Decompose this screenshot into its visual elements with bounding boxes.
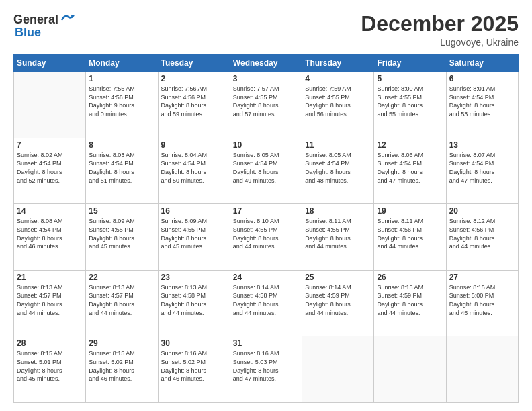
day-info: Sunrise: 8:01 AM Sunset: 4:54 PM Dayligh… [449,85,515,118]
calendar-cell: 2Sunrise: 7:56 AM Sunset: 4:56 PM Daylig… [158,72,230,138]
day-number: 29 [89,338,154,348]
calendar-cell: 24Sunrise: 8:14 AM Sunset: 4:58 PM Dayli… [230,270,302,336]
day-number: 22 [89,273,154,282]
day-info: Sunrise: 8:09 AM Sunset: 4:55 PM Dayligh… [89,217,154,250]
day-number: 12 [377,140,443,150]
day-info: Sunrise: 8:05 AM Sunset: 4:54 PM Dayligh… [233,151,299,185]
day-number: 4 [305,74,371,83]
calendar-cell: 6Sunrise: 8:01 AM Sunset: 4:54 PM Daylig… [446,72,518,138]
day-info: Sunrise: 8:03 AM Sunset: 4:54 PM Dayligh… [89,151,154,185]
day-number: 21 [17,273,83,282]
calendar-cell: 18Sunrise: 8:11 AM Sunset: 4:55 PM Dayli… [302,204,374,271]
day-number: 8 [89,140,154,150]
day-info: Sunrise: 8:08 AM Sunset: 4:54 PM Dayligh… [17,217,83,250]
day-number: 15 [89,206,154,216]
day-header-monday: Monday [86,55,158,72]
day-number: 26 [377,273,443,282]
day-number: 18 [305,206,371,216]
logo: General Blue [13,12,75,40]
day-number: 10 [233,140,299,150]
day-info: Sunrise: 8:13 AM Sunset: 4:57 PM Dayligh… [17,283,83,317]
logo-icon [60,12,75,27]
calendar-header-row: SundayMondayTuesdayWednesdayThursdayFrid… [14,55,519,72]
title-block: December 2025 Lugovoye, Ukraine [361,12,519,48]
calendar-cell: 19Sunrise: 8:11 AM Sunset: 4:56 PM Dayli… [374,204,446,271]
calendar-cell: 14Sunrise: 8:08 AM Sunset: 4:54 PM Dayli… [14,204,86,271]
calendar-cell: 5Sunrise: 8:00 AM Sunset: 4:55 PM Daylig… [374,72,446,138]
day-info: Sunrise: 8:04 AM Sunset: 4:54 PM Dayligh… [161,151,227,185]
week-row-1: 1Sunrise: 7:55 AM Sunset: 4:56 PM Daylig… [14,72,519,138]
page: General Blue December 2025 Lugovoye, Ukr… [0,0,532,411]
day-info: Sunrise: 7:57 AM Sunset: 4:55 PM Dayligh… [233,85,299,118]
calendar-cell: 26Sunrise: 8:15 AM Sunset: 4:59 PM Dayli… [374,270,446,336]
day-info: Sunrise: 8:15 AM Sunset: 5:02 PM Dayligh… [89,349,154,383]
day-number: 27 [449,273,515,282]
calendar-cell: 16Sunrise: 8:09 AM Sunset: 4:55 PM Dayli… [158,204,230,271]
calendar-cell: 7Sunrise: 8:02 AM Sunset: 4:54 PM Daylig… [14,138,86,204]
calendar-cell [14,72,86,138]
week-row-4: 21Sunrise: 8:13 AM Sunset: 4:57 PM Dayli… [14,270,519,336]
day-info: Sunrise: 8:13 AM Sunset: 4:57 PM Dayligh… [89,283,154,317]
day-info: Sunrise: 7:56 AM Sunset: 4:56 PM Dayligh… [161,85,227,118]
day-info: Sunrise: 8:05 AM Sunset: 4:54 PM Dayligh… [305,151,371,185]
day-number: 5 [377,74,443,83]
calendar-cell: 13Sunrise: 8:07 AM Sunset: 4:54 PM Dayli… [446,138,518,204]
day-number: 2 [161,74,227,83]
day-info: Sunrise: 7:55 AM Sunset: 4:56 PM Dayligh… [89,85,154,118]
calendar-cell: 29Sunrise: 8:15 AM Sunset: 5:02 PM Dayli… [86,336,158,403]
day-number: 17 [233,206,299,216]
day-info: Sunrise: 8:14 AM Sunset: 4:58 PM Dayligh… [233,283,299,317]
calendar-cell: 3Sunrise: 7:57 AM Sunset: 4:55 PM Daylig… [230,72,302,138]
calendar-cell: 10Sunrise: 8:05 AM Sunset: 4:54 PM Dayli… [230,138,302,204]
subtitle: Lugovoye, Ukraine [361,37,519,48]
day-number: 3 [233,74,299,83]
day-info: Sunrise: 8:15 AM Sunset: 5:00 PM Dayligh… [449,283,515,317]
day-info: Sunrise: 8:12 AM Sunset: 4:56 PM Dayligh… [449,217,515,250]
day-number: 16 [161,206,227,216]
calendar-cell [374,336,446,403]
day-info: Sunrise: 8:15 AM Sunset: 4:59 PM Dayligh… [377,283,443,317]
calendar-cell: 1Sunrise: 7:55 AM Sunset: 4:56 PM Daylig… [86,72,158,138]
day-info: Sunrise: 8:00 AM Sunset: 4:55 PM Dayligh… [377,85,443,118]
day-number: 14 [17,206,83,216]
calendar-cell: 20Sunrise: 8:12 AM Sunset: 4:56 PM Dayli… [446,204,518,271]
day-header-friday: Friday [374,55,446,72]
calendar-cell: 11Sunrise: 8:05 AM Sunset: 4:54 PM Dayli… [302,138,374,204]
day-header-saturday: Saturday [446,55,518,72]
calendar-cell: 25Sunrise: 8:14 AM Sunset: 4:59 PM Dayli… [302,270,374,336]
day-info: Sunrise: 8:14 AM Sunset: 4:59 PM Dayligh… [305,283,371,317]
day-info: Sunrise: 8:13 AM Sunset: 4:58 PM Dayligh… [161,283,227,317]
day-number: 30 [161,338,227,348]
day-info: Sunrise: 8:11 AM Sunset: 4:55 PM Dayligh… [305,217,371,250]
calendar-cell: 15Sunrise: 8:09 AM Sunset: 4:55 PM Dayli… [86,204,158,271]
calendar-cell: 28Sunrise: 8:15 AM Sunset: 5:01 PM Dayli… [14,336,86,403]
day-number: 1 [89,74,154,83]
day-header-thursday: Thursday [302,55,374,72]
day-info: Sunrise: 8:16 AM Sunset: 5:03 PM Dayligh… [233,349,299,383]
logo-general-text: General [13,13,58,27]
logo-text: General [13,12,75,27]
day-number: 28 [17,338,83,348]
day-number: 20 [449,206,515,216]
month-title: December 2025 [361,12,519,36]
day-header-wednesday: Wednesday [230,55,302,72]
day-info: Sunrise: 8:06 AM Sunset: 4:54 PM Dayligh… [377,151,443,185]
day-number: 25 [305,273,371,282]
day-number: 7 [17,140,83,150]
day-info: Sunrise: 8:07 AM Sunset: 4:54 PM Dayligh… [449,151,515,185]
day-number: 19 [377,206,443,216]
calendar-cell: 12Sunrise: 8:06 AM Sunset: 4:54 PM Dayli… [374,138,446,204]
calendar-cell: 21Sunrise: 8:13 AM Sunset: 4:57 PM Dayli… [14,270,86,336]
logo-blue-text: Blue [15,26,41,40]
calendar-cell [302,336,374,403]
day-header-tuesday: Tuesday [158,55,230,72]
day-info: Sunrise: 8:11 AM Sunset: 4:56 PM Dayligh… [377,217,443,250]
week-row-5: 28Sunrise: 8:15 AM Sunset: 5:01 PM Dayli… [14,336,519,403]
day-info: Sunrise: 7:59 AM Sunset: 4:55 PM Dayligh… [305,85,371,118]
day-number: 11 [305,140,371,150]
day-header-sunday: Sunday [14,55,86,72]
calendar-cell: 22Sunrise: 8:13 AM Sunset: 4:57 PM Dayli… [86,270,158,336]
day-number: 6 [449,74,515,83]
calendar-cell: 17Sunrise: 8:10 AM Sunset: 4:55 PM Dayli… [230,204,302,271]
day-info: Sunrise: 8:16 AM Sunset: 5:02 PM Dayligh… [161,349,227,383]
